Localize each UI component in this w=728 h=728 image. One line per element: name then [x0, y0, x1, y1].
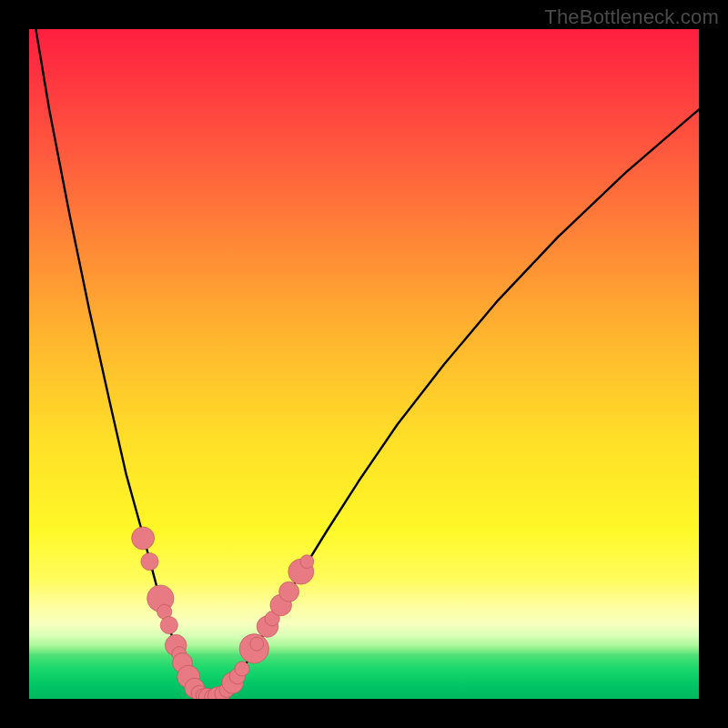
marker-dot — [250, 637, 264, 651]
marker-dot — [300, 555, 314, 569]
marker-dot — [160, 616, 177, 633]
marker-dot — [279, 581, 299, 602]
marker-dot — [141, 553, 158, 571]
bottleneck-curve — [33, 29, 699, 696]
curve-layer — [29, 29, 699, 699]
marker-dot — [235, 662, 249, 676]
chart-frame: TheBottleneck.com — [0, 0, 728, 728]
data-markers — [132, 527, 314, 699]
watermark-text: TheBottleneck.com — [544, 5, 719, 29]
curve-left-branch — [33, 29, 201, 696]
plot-area — [29, 29, 699, 699]
marker-dot — [132, 527, 155, 550]
